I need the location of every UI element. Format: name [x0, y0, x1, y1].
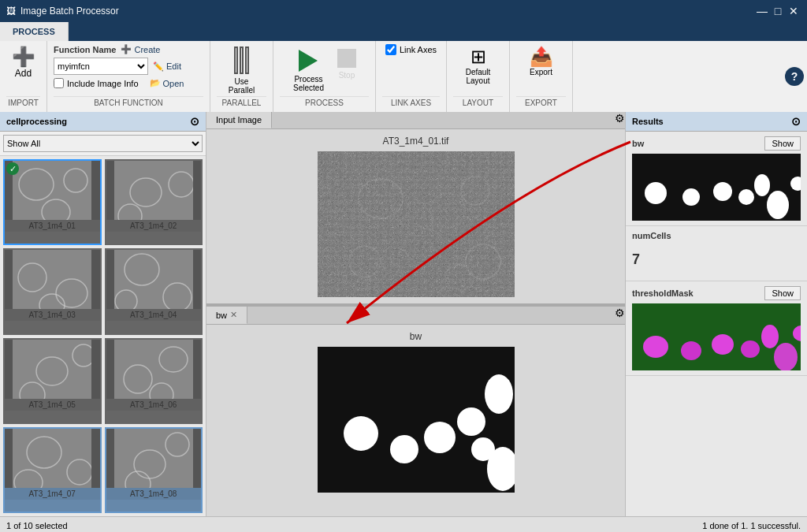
- ribbon-group-link-axes: Link Axes LINK AXES: [376, 41, 447, 112]
- link-axes-checkbox[interactable]: [385, 44, 396, 55]
- result-thresholdmask-show-button[interactable]: Show: [764, 286, 801, 300]
- stop-button[interactable]: Stop: [333, 44, 361, 81]
- image-thumb-label: AT3_1m4_08: [106, 488, 202, 500]
- image-thumb-label: AT3_1m4_01: [5, 220, 100, 232]
- result-bw-name: bw: [632, 139, 644, 148]
- bw-settings-icon[interactable]: ⚙: [615, 307, 625, 324]
- image-thumb-at3_1m4_07[interactable]: AT3_1m4_07: [3, 427, 102, 513]
- status-left: 1 of 10 selected: [6, 521, 68, 530]
- left-panel: cellprocessing ⊙ Show All Processed Unpr…: [0, 112, 206, 516]
- status-right: 1 done of 1. 1 successful.: [702, 521, 801, 530]
- default-layout-button[interactable]: ⊞ Default Layout: [461, 44, 496, 87]
- close-button[interactable]: ✕: [787, 4, 801, 18]
- left-panel-title: cellprocessing: [6, 117, 67, 126]
- right-panel-collapse[interactable]: ⊙: [791, 115, 801, 128]
- play-icon: [299, 50, 318, 72]
- input-image-panel: AT3_1m4_01.tif: [206, 129, 625, 305]
- image-thumb-at3_1m4_02[interactable]: AT3_1m4_02: [105, 159, 203, 245]
- image-thumb-at3_1m4_03[interactable]: AT3_1m4_03: [3, 248, 102, 334]
- create-button[interactable]: ➕ Create: [121, 44, 160, 54]
- svg-point-56: [754, 174, 770, 196]
- add-label: Add: [15, 68, 32, 79]
- svg-point-46: [457, 407, 485, 436]
- ribbon-group-process: Process Selected Stop PROCESS: [273, 41, 376, 112]
- status-bar: 1 of 10 selected 1 done of 1. 1 successf…: [0, 516, 807, 532]
- image-thumb-at3_1m4_01[interactable]: AT3_1m4_01✓: [3, 159, 102, 245]
- open-button[interactable]: 📂 Open: [150, 78, 184, 88]
- function-name-label: Function Name: [54, 45, 116, 54]
- image-thumb-at3_1m4_06[interactable]: AT3_1m4_06: [105, 338, 203, 424]
- ribbon-group-parallel: Use Parallel PARALLEL: [210, 41, 273, 112]
- add-icon: ➕: [12, 46, 35, 68]
- svg-point-57: [767, 191, 789, 219]
- edit-button[interactable]: ✏️ Edit: [153, 61, 181, 72]
- svg-point-65: [774, 343, 798, 370]
- tab-input-image-label: Input Image: [216, 115, 262, 125]
- minimize-button[interactable]: —: [755, 4, 769, 18]
- layout-icon: ⊞: [470, 46, 486, 68]
- app-title: Image Batch Processor: [20, 6, 119, 17]
- include-image-info-checkbox[interactable]: [54, 78, 64, 88]
- stop-label: Stop: [339, 71, 355, 80]
- image-thumb-label: AT3_1m4_06: [106, 399, 202, 411]
- image-thumb-label: AT3_1m4_05: [5, 399, 100, 411]
- tab-input-image[interactable]: Input Image: [206, 112, 272, 128]
- function-select[interactable]: myimfcn: [54, 58, 148, 75]
- ribbon: ➕ Add IMPORT Function Name ➕ Create: [0, 41, 807, 112]
- svg-point-64: [761, 325, 779, 348]
- stop-icon: [337, 49, 356, 68]
- result-bw-image: [632, 154, 801, 221]
- check-badge: ✓: [6, 162, 19, 175]
- help-button[interactable]: ?: [785, 67, 804, 86]
- add-button[interactable]: ➕ Add: [9, 44, 39, 80]
- process-selected-button[interactable]: Process Selected: [288, 44, 329, 95]
- left-panel-collapse[interactable]: ⊙: [190, 115, 199, 128]
- ribbon-group-batch: Function Name ➕ Create myimfcn ✏️ Edit: [47, 41, 210, 112]
- image-thumb-label: AT3_1m4_03: [5, 309, 100, 321]
- svg-point-43: [344, 416, 378, 451]
- create-icon: ➕: [121, 44, 132, 54]
- results-list: bw Show: [626, 132, 807, 516]
- settings-icon[interactable]: ⚙: [615, 112, 625, 128]
- bw-image: [318, 347, 515, 493]
- image-thumb-label: AT3_1m4_04: [106, 309, 202, 321]
- app-icon: 🖼: [6, 6, 16, 17]
- result-bw: bw Show: [626, 132, 807, 226]
- export-label: Export: [530, 68, 552, 76]
- svg-rect-4: [114, 161, 193, 220]
- svg-point-48: [485, 374, 513, 414]
- image-thumb-at3_1m4_05[interactable]: AT3_1m4_05: [3, 338, 102, 424]
- svg-point-53: [682, 188, 700, 206]
- filter-select[interactable]: Show All Processed Unprocessed Failed: [3, 135, 203, 152]
- center-panel: Input Image ⚙ AT3_1m4_01.tif: [206, 112, 626, 516]
- input-tab-bar: Input Image ⚙: [206, 112, 625, 129]
- svg-point-52: [645, 182, 667, 204]
- svg-point-45: [424, 422, 456, 453]
- svg-rect-24: [13, 429, 91, 488]
- tab-bw[interactable]: bw ✕: [206, 307, 247, 324]
- process-group-label: PROCESS: [280, 96, 369, 109]
- svg-point-44: [390, 435, 418, 463]
- maximize-button[interactable]: □: [771, 4, 785, 18]
- link-axes-group-label: LINK AXES: [382, 96, 440, 109]
- bw-panel: bw: [206, 325, 625, 516]
- export-icon: 📤: [530, 46, 553, 68]
- result-thresholdmask-image: [632, 303, 801, 370]
- main-area: cellprocessing ⊙ Show All Processed Unpr…: [0, 112, 807, 516]
- image-grid: AT3_1m4_01✓AT3_1m4_02AT3_1m4_03AT3_1m4_0…: [0, 156, 206, 516]
- svg-point-55: [738, 189, 754, 205]
- ribbon-group-export: 📤 Export EXPORT: [510, 41, 573, 112]
- image-thumb-at3_1m4_04[interactable]: AT3_1m4_04: [105, 248, 203, 334]
- tab-process[interactable]: PROCESS: [0, 22, 69, 41]
- export-button[interactable]: 📤 Export: [525, 44, 558, 78]
- svg-point-60: [643, 336, 668, 358]
- bw-tab-close[interactable]: ✕: [230, 310, 237, 320]
- ribbon-group-import: ➕ Add IMPORT: [0, 41, 47, 112]
- default-layout-label: Default Layout: [466, 68, 491, 85]
- image-thumb-at3_1m4_08[interactable]: AT3_1m4_08: [105, 427, 203, 513]
- parallel-icon: [234, 44, 249, 76]
- parallel-group-label: PARALLEL: [217, 96, 266, 109]
- include-image-info-label: Include Image Info: [67, 79, 139, 88]
- result-bw-show-button[interactable]: Show: [764, 136, 801, 151]
- right-panel: Results ⊙ bw Show: [626, 112, 807, 516]
